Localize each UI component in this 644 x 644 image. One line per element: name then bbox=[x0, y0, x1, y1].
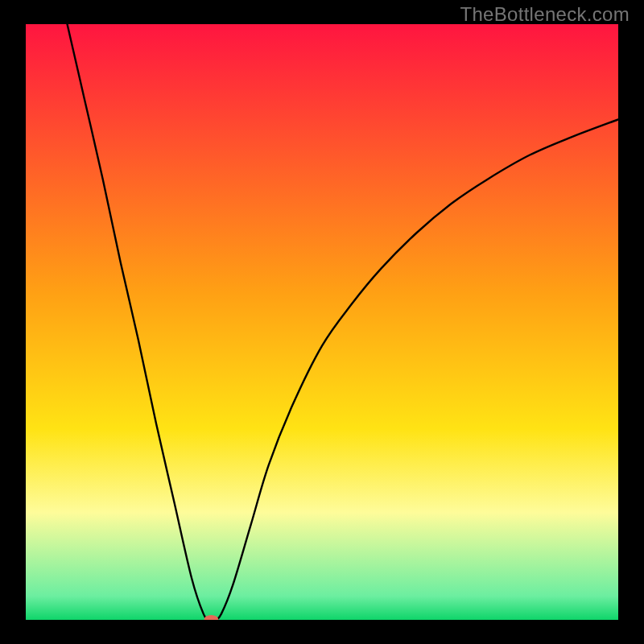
plot-area bbox=[26, 24, 618, 620]
chart-background bbox=[26, 24, 618, 620]
chart-frame: TheBottleneck.com bbox=[0, 0, 644, 644]
watermark-text: TheBottleneck.com bbox=[460, 3, 630, 26]
chart-svg bbox=[26, 24, 618, 620]
